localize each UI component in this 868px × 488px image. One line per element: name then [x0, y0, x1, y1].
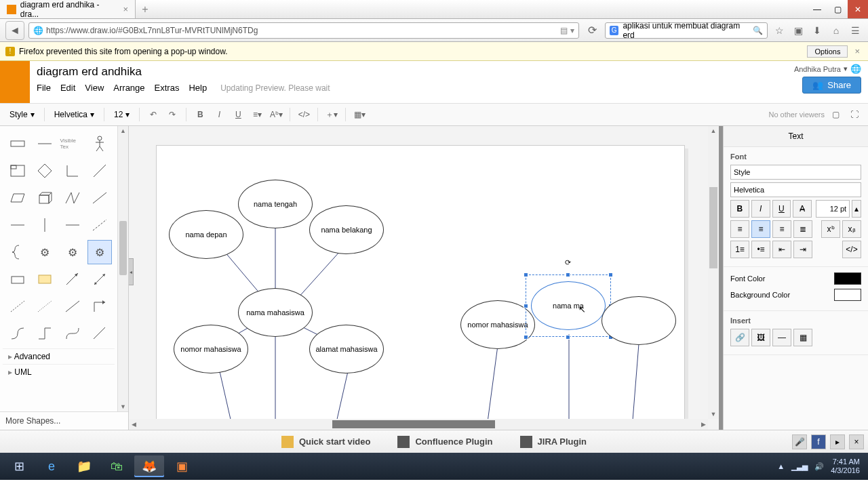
panel-underline-button[interactable]: U: [772, 200, 791, 218]
insert-table-button[interactable]: ▦: [793, 329, 812, 346]
html-button[interactable]: </>: [296, 106, 312, 123]
rotate-handle-icon[interactable]: ⟳: [564, 258, 572, 266]
sidebar-scrollbar[interactable]: ▲ ▼: [117, 126, 128, 411]
back-button[interactable]: ◄: [5, 21, 24, 40]
style-dropdown[interactable]: Style▾: [5, 108, 39, 121]
minimize-button[interactable]: —: [807, 0, 827, 18]
node-nama-tengah[interactable]: nama tengah: [238, 180, 313, 228]
infobar-close-icon[interactable]: ×: [852, 46, 863, 56]
shape-parallelogram[interactable]: [5, 186, 30, 210]
shape-solidline[interactable]: [60, 294, 85, 319]
redo-button[interactable]: ↷: [164, 106, 180, 123]
section-advanced[interactable]: Advanced: [3, 348, 115, 364]
shape-card[interactable]: [33, 267, 57, 291]
taskbar-ie-icon[interactable]: e: [37, 455, 66, 477]
viewers-icon[interactable]: ▢: [827, 106, 844, 123]
insert-hr-button[interactable]: —: [772, 329, 791, 346]
options-button[interactable]: Options: [807, 45, 848, 58]
dropdown-icon[interactable]: ▾: [570, 26, 574, 35]
size-stepper[interactable]: ▴: [852, 200, 861, 218]
more-shapes-link[interactable]: More Shapes...: [0, 411, 128, 430]
tab-close-icon[interactable]: ×: [123, 4, 128, 14]
pocket-icon[interactable]: ▣: [791, 23, 806, 38]
underline-button[interactable]: U: [230, 106, 246, 123]
shape-line2[interactable]: [87, 186, 112, 210]
tray-up-icon[interactable]: ▲: [777, 462, 785, 470]
menu-view[interactable]: View: [85, 83, 104, 93]
bold-button[interactable]: B: [192, 106, 208, 123]
taskbar-explorer-icon[interactable]: 📁: [69, 455, 99, 477]
panel-bold-button[interactable]: B: [730, 200, 749, 218]
align-right-button[interactable]: ≡: [772, 220, 791, 238]
downloads-icon[interactable]: ⬇: [810, 23, 825, 38]
node-nomor-mahasiswa[interactable]: nomor mahasiswa: [174, 325, 248, 373]
shape-s-curve[interactable]: [5, 321, 30, 346]
align-left-button[interactable]: ≡: [730, 220, 749, 238]
font-dropdown[interactable]: Helvetica▾: [50, 108, 98, 121]
maximize-button[interactable]: ▢: [827, 0, 848, 18]
shape-pen[interactable]: [87, 321, 112, 346]
undo-button[interactable]: ↶: [145, 106, 161, 123]
bookmark-star-icon[interactable]: ☆: [772, 23, 787, 38]
insert-link-button[interactable]: 🔗: [730, 329, 749, 346]
shape-double-arrow[interactable]: [87, 267, 112, 291]
outdent-button[interactable]: ⇤: [772, 241, 791, 258]
document-title[interactable]: diagram erd andhika: [37, 64, 781, 80]
url-field[interactable]: 🌐 https://www.draw.io/#G0BxL7nnL8Tur-MVR…: [28, 22, 579, 39]
new-tab-button[interactable]: +: [136, 0, 155, 18]
collapse-sidebar-handle[interactable]: ◂: [129, 258, 134, 285]
align-justify-button[interactable]: ≣: [793, 220, 812, 238]
shape-gear2[interactable]: ⚙: [60, 240, 85, 264]
align-dropdown[interactable]: ≡▾: [249, 106, 265, 123]
super-sub-dropdown[interactable]: Aᵇ▾: [268, 106, 284, 123]
shape-hline[interactable]: [5, 213, 30, 237]
shape-palette[interactable]: Visible Tex ⚙ ⚙: [0, 126, 117, 411]
shape-text[interactable]: Visible Tex: [60, 131, 85, 156]
footer-close-icon[interactable]: ×: [849, 434, 864, 449]
indent-button[interactable]: ⇥: [793, 241, 812, 258]
style-input[interactable]: [730, 165, 861, 180]
shape-label[interactable]: [5, 131, 30, 156]
shape-actor[interactable]: [87, 131, 112, 156]
menu-file[interactable]: File: [37, 83, 51, 93]
node-nama-belakang[interactable]: nama belakang: [309, 205, 384, 254]
shape-elbow-arrow[interactable]: [87, 294, 112, 319]
panel-size-input[interactable]: [816, 200, 850, 218]
panel-html-button[interactable]: </>: [842, 241, 861, 258]
fullscreen-icon[interactable]: ⛶: [846, 106, 863, 123]
menu-edit[interactable]: Edit: [60, 83, 75, 93]
share-button[interactable]: 👥 Share: [802, 77, 861, 94]
search-field[interactable]: G aplikasi untuk membuat diagram erd 🔍: [605, 22, 768, 39]
numbered-list-button[interactable]: 1≡: [730, 241, 749, 258]
browser-tab[interactable]: diagram erd andhika - dra... ×: [0, 0, 136, 18]
taskbar-firefox-icon[interactable]: 🦊: [134, 455, 164, 477]
shape-dashline[interactable]: [87, 213, 112, 237]
taskbar-xampp-icon[interactable]: ▣: [167, 455, 197, 477]
footer-arrow-icon[interactable]: ▸: [830, 434, 845, 449]
tray-network-icon[interactable]: ▁▃▅: [791, 462, 808, 471]
shape-diagonal[interactable]: [87, 159, 112, 183]
menu-arrange[interactable]: Arrange: [113, 83, 144, 93]
font-input[interactable]: [730, 182, 861, 197]
panel-strike-button[interactable]: A̶: [793, 200, 812, 218]
canvas-scrollbar-v[interactable]: ▲▼: [708, 126, 719, 419]
canvas[interactable]: ◂ nama depan nama tengah nama belakang n…: [129, 126, 719, 430]
system-tray[interactable]: ▲ ▁▃▅ 🔊 7:41 AM 4/3/2016: [777, 458, 864, 475]
shape-gear3[interactable]: ⚙: [87, 240, 112, 264]
shape-line-label[interactable]: [33, 131, 57, 156]
shape-hline2[interactable]: [60, 213, 85, 237]
node-nama-depan[interactable]: nama depan: [169, 210, 243, 259]
footer-quickstart[interactable]: Quick start video: [281, 436, 370, 448]
align-center-button[interactable]: ≡: [751, 220, 770, 238]
menu-help[interactable]: Help: [189, 83, 207, 93]
shape-curve[interactable]: [60, 321, 85, 346]
node-nama-mahasiswa[interactable]: nama mahasiswa: [238, 288, 313, 337]
scroll-down-icon[interactable]: ▼: [118, 402, 128, 411]
start-button[interactable]: ⊞: [4, 455, 34, 477]
footer-fb-icon[interactable]: f: [811, 434, 826, 449]
shape-brace[interactable]: [5, 240, 30, 264]
search-go-icon[interactable]: 🔍: [753, 26, 763, 35]
footer-confluence[interactable]: Confluence Plugin: [397, 436, 492, 448]
footer-mic-icon[interactable]: 🎤: [792, 434, 807, 449]
shape-dotline1[interactable]: [5, 294, 30, 319]
